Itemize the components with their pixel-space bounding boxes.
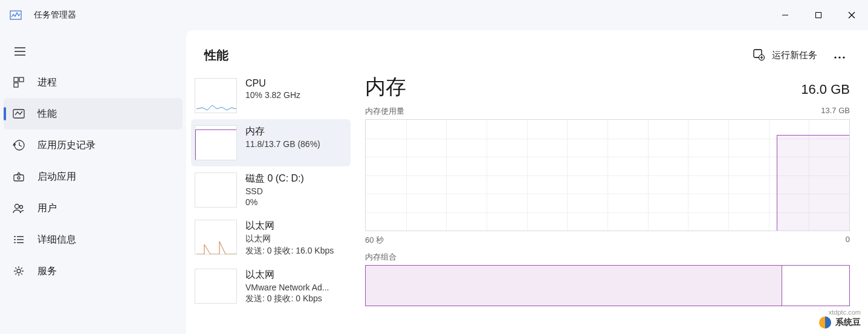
nav-item-history[interactable]: 应用历史记录	[0, 129, 186, 161]
perf-title: 磁盘 0 (C: D:)	[245, 172, 304, 185]
window-controls	[768, 0, 868, 30]
svg-point-23	[17, 269, 21, 273]
perf-item[interactable]: 以太网VMware Network Ad...发送: 0 接收: 0 Kbps	[186, 263, 355, 310]
sidebar: 进程性能应用历史记录启动应用用户详细信息服务	[0, 30, 186, 334]
memory-usage-chart	[365, 119, 850, 231]
watermark-url: xtdptc.com	[829, 309, 861, 316]
nav-item-services[interactable]: 服务	[0, 255, 186, 287]
perf-item[interactable]: CPU10% 3.82 GHz	[186, 72, 355, 119]
time-right: 0	[846, 235, 850, 246]
nav-item-performance[interactable]: 性能	[4, 98, 183, 129]
svg-rect-9	[19, 77, 24, 82]
svg-point-15	[15, 205, 19, 209]
hamburger-button[interactable]	[0, 41, 186, 67]
users-icon	[12, 201, 25, 215]
detail-total: 16.0 GB	[801, 82, 850, 97]
svg-point-28	[834, 56, 836, 58]
perf-thumb	[195, 269, 237, 304]
processes-icon	[12, 76, 25, 89]
perf-item[interactable]: 以太网以太网发送: 0 接收: 16.0 Kbps	[186, 214, 355, 263]
perf-thumb	[195, 172, 237, 208]
perf-thumb	[195, 220, 237, 255]
svg-rect-2	[815, 13, 821, 18]
perf-sub: VMware Network Ad...	[245, 283, 329, 292]
svg-point-30	[843, 56, 844, 58]
performance-list: CPU10% 3.82 GHz内存11.8/13.7 GB (86%)磁盘 0 …	[186, 67, 355, 334]
perf-thumb	[195, 78, 237, 113]
perf-item[interactable]: 磁盘 0 (C: D:)SSD0%	[186, 166, 355, 214]
nav-item-users[interactable]: 用户	[0, 192, 186, 224]
main-panel: 性能 运行新任务 CPU10% 3.82 GHz内存11.8/13.7 GB (…	[186, 30, 868, 334]
history-icon	[12, 139, 25, 152]
run-task-label: 运行新任务	[772, 50, 817, 61]
close-button[interactable]	[835, 0, 868, 30]
performance-icon	[12, 107, 25, 120]
usage-max: 13.7 GB	[821, 106, 850, 117]
svg-rect-13	[14, 175, 24, 181]
app-icon	[10, 9, 22, 21]
nav-label: 详细信息	[37, 234, 76, 246]
perf-sub: 以太网	[245, 234, 334, 244]
app-title: 任务管理器	[34, 10, 768, 21]
perf-sub: 10% 3.82 GHz	[245, 90, 300, 100]
nav-label: 性能	[37, 108, 57, 120]
nav-label: 应用历史记录	[37, 139, 96, 152]
toolbar: 性能 运行新任务	[186, 30, 868, 67]
watermark-icon	[818, 316, 832, 329]
perf-title: 以太网	[245, 220, 334, 232]
perf-title: 以太网	[245, 269, 329, 281]
perf-sub: 11.8/13.7 GB (86%)	[245, 139, 320, 149]
nav-item-details[interactable]: 详细信息	[0, 224, 186, 255]
composition-label: 内存组合	[365, 252, 850, 263]
run-new-task-button[interactable]: 运行新任务	[744, 44, 826, 67]
watermark-text: 系统豆	[835, 317, 861, 328]
memory-composition-chart	[365, 265, 850, 306]
run-task-icon	[753, 48, 765, 62]
nav-item-processes[interactable]: 进程	[0, 67, 186, 98]
maximize-button[interactable]	[802, 0, 835, 30]
startup-icon	[12, 170, 25, 183]
nav-label: 用户	[37, 202, 57, 215]
nav-label: 服务	[37, 265, 57, 278]
nav-label: 进程	[37, 76, 57, 89]
title-bar: 任务管理器	[0, 0, 868, 30]
perf-sub: SSD	[245, 186, 304, 196]
detail-panel: 内存 16.0 GB 内存使用量 13.7 GB 60 秒 0 内存组合	[355, 67, 868, 334]
perf-title: 内存	[245, 125, 320, 138]
svg-rect-8	[14, 77, 18, 82]
page-title: 性能	[204, 47, 744, 64]
perf-thumb	[195, 125, 237, 160]
svg-point-29	[838, 56, 840, 58]
svg-point-14	[18, 177, 20, 179]
nav-label: 启动应用	[37, 171, 76, 183]
time-left: 60 秒	[365, 235, 384, 246]
perf-sub: 0%	[245, 197, 304, 207]
composition-segment	[366, 266, 782, 306]
composition-segment	[782, 266, 849, 306]
perf-sub: 发送: 0 接收: 16.0 Kbps	[245, 246, 334, 257]
details-icon	[12, 233, 25, 246]
perf-title: CPU	[245, 78, 300, 89]
minimize-button[interactable]	[768, 0, 802, 30]
detail-title: 内存	[365, 73, 406, 101]
services-icon	[12, 264, 25, 278]
svg-rect-11	[13, 110, 24, 118]
svg-rect-10	[14, 83, 18, 87]
perf-item[interactable]: 内存11.8/13.7 GB (86%)	[191, 119, 351, 166]
perf-sub: 发送: 0 接收: 0 Kbps	[245, 293, 329, 304]
watermark: 系统豆	[818, 316, 861, 329]
nav-item-startup[interactable]: 启动应用	[0, 161, 186, 192]
usage-label: 内存使用量	[365, 106, 404, 117]
more-button[interactable]	[826, 45, 853, 66]
svg-point-16	[20, 206, 23, 209]
